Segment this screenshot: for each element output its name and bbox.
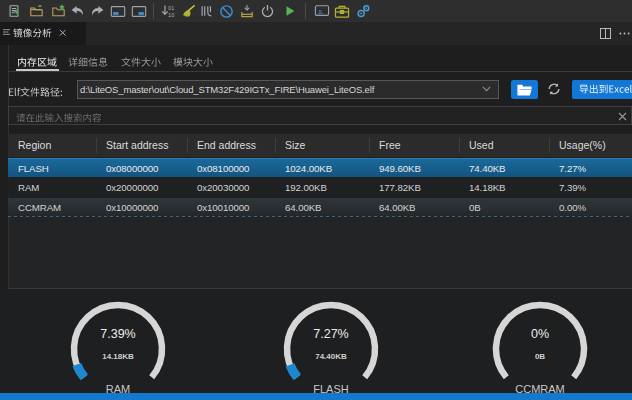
svg-text:01: 01 [168,5,174,11]
svg-text:10: 10 [168,11,174,17]
svg-text:JL: JL [317,9,323,15]
